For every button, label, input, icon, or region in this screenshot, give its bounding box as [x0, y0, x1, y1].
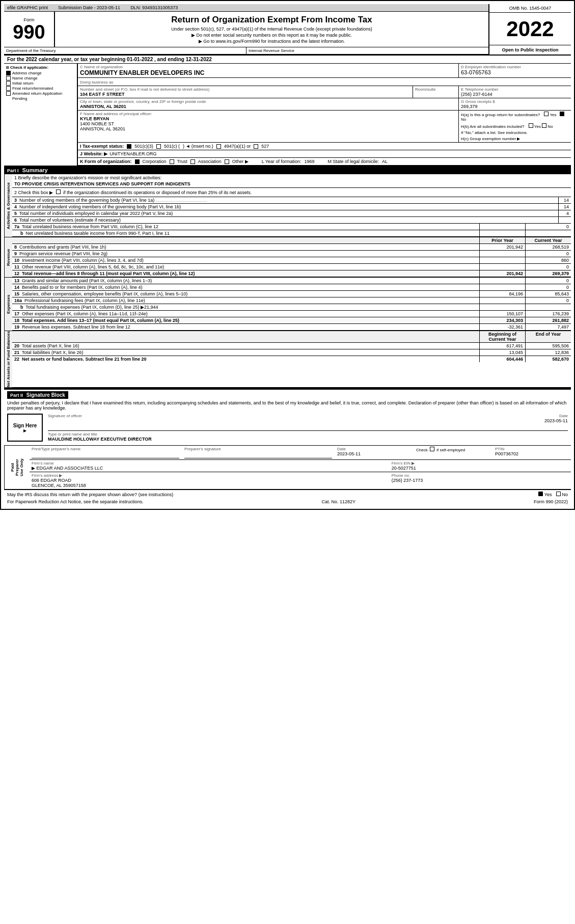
line22-beg: 604,446 [479, 356, 525, 362]
line21-beg: 13,045 [479, 349, 525, 356]
preparer-date-val: 2023-05-11 [337, 451, 411, 456]
dln-label: DLN: 93493131005373 [130, 5, 178, 10]
paperwork-label: For Paperwork Reduction Act Notice, see … [7, 499, 144, 504]
sig-date-value: 2023-05-11 [476, 418, 568, 423]
line9-desc: 9 Program service revenue (Part VIII, li… [12, 251, 479, 257]
c3-label: 501(c)(3) [134, 144, 153, 149]
line9-prior [479, 251, 525, 257]
address-change-check[interactable]: Address change [6, 71, 75, 75]
line16b-prior [479, 304, 525, 310]
line20-beg: 617,491 [479, 343, 525, 349]
line7a-prior [479, 224, 525, 230]
city-label: City or town, state or province, country… [80, 99, 456, 104]
print-name-label: Print/Type preparer's name [32, 447, 179, 451]
assoc-checkbox[interactable] [190, 159, 195, 164]
website-label: J Website: ▶ [80, 151, 107, 156]
cat-no: Cat. No. 11282Y [322, 499, 356, 504]
principal-addr1: 1400 NOBLE ST [80, 121, 456, 126]
dept-name: Department of the Treasury [6, 48, 56, 53]
line8-desc: 8 Contributions and grants (Part VIII, l… [12, 244, 479, 250]
perjury-text: Under penalties of perjury, I declare th… [7, 400, 568, 411]
part1-header: Part I Summary [4, 166, 571, 174]
a1-label: 4947(a)(1) or [224, 144, 251, 149]
line1-value: TO PROVIDE CRISIS INTERVENTION SERVICES … [14, 181, 569, 186]
gross-value: 269,379 [461, 104, 569, 109]
line3-val: 14 [558, 197, 571, 203]
tax-year-ending: , and ending 12-31-2022 [154, 57, 212, 62]
yes-no-irs: Yes No [538, 492, 568, 497]
assoc-label: Association [198, 159, 222, 164]
firm-name-label: Firm's name [32, 461, 387, 466]
line4-desc: 4 Number of independent voting members o… [12, 204, 558, 210]
line22-desc: 22 Net assets or fund balances. Subtract… [12, 356, 479, 362]
open-public: Open to Public Inspection [502, 47, 558, 52]
line18-prior: 234,303 [479, 317, 525, 323]
final-return-check[interactable]: Final return/terminated [6, 86, 75, 91]
line21-end: 12,836 [525, 349, 571, 356]
part2-header: Part II Signature Block [7, 391, 68, 399]
check-label: Check if self-employed [416, 447, 490, 452]
line14-curr: 0 [525, 284, 571, 290]
line13-desc: 13 Grants and similar amounts paid (Part… [12, 278, 479, 284]
street-value: 104 EAST F STREET [80, 92, 410, 97]
year-display: 2022 [506, 18, 554, 40]
ein-value: 63-0765763 [461, 69, 569, 75]
line7b-prior [479, 230, 525, 236]
sig-date-label: Date [476, 414, 568, 418]
state-domicile-val: AL [382, 159, 388, 164]
preparer-section-label: Paid Preparer Use Only [4, 446, 30, 489]
submission-date-label: Submission Date - 2023-05-11 [58, 5, 120, 10]
other-checkbox[interactable] [225, 159, 229, 164]
line6-val [558, 217, 571, 223]
ha-section: H(a) Is this a group return for subordin… [461, 112, 569, 122]
tax-year-text: For the 2022 calendar year, or tax year … [7, 57, 153, 62]
c3-checkbox[interactable] [127, 144, 131, 149]
irs-discuss-text: May the IRS discuss this return with the… [7, 492, 173, 497]
line9-curr: 0 [525, 251, 571, 257]
phone-label: E Telephone number [461, 87, 569, 92]
cc-checkbox[interactable] [156, 144, 161, 149]
line8-curr: 268,519 [525, 244, 571, 250]
line14-prior [479, 284, 525, 290]
street-label: Number and street (or P.O. box if mail i… [80, 87, 410, 92]
principal-name: KYLE BRYAN [80, 116, 456, 121]
line7a-desc: 7a Total unrelated business revenue from… [12, 224, 479, 230]
line2-label: 2 Check this box ▶ if the organization d… [14, 189, 252, 195]
omb-label: OMB No. 1545-0047 [509, 6, 552, 11]
form-number: 990 [13, 22, 45, 42]
name-change-check[interactable]: Name change [6, 76, 75, 80]
firm-name-value: ▶ EDGAR AND ASSOCIATES LLC [32, 466, 387, 471]
activities-label: Activities & Governance [4, 174, 12, 237]
efile-bar: efile GRAPHIC print Submission Date - 20… [4, 4, 488, 12]
line12-curr: 269,379 [525, 270, 571, 277]
net-assets-label: Net Assets or Fund Balances [4, 331, 12, 387]
ein-label: D Employer identification number [461, 65, 569, 69]
line1-label: 1 Briefly describe the organization's mi… [14, 175, 569, 180]
s527-checkbox[interactable] [254, 144, 258, 149]
revenue-label: Revenue [4, 237, 12, 277]
phone-no-value: (256) 237-1773 [392, 478, 569, 483]
corp-checkbox[interactable] [135, 159, 140, 164]
trust-label: Trust [177, 159, 187, 164]
amended-return-check[interactable]: Amended return Application [6, 91, 75, 96]
name-title-label: Type or print name and title [48, 432, 568, 437]
a1-checkbox[interactable] [216, 144, 221, 149]
line11-prior [479, 264, 525, 270]
line15-curr: 85,643 [525, 291, 571, 297]
corp-label: Corporation [143, 159, 167, 164]
trust-checkbox[interactable] [170, 159, 174, 164]
line18-curr: 261,882 [525, 317, 571, 323]
initial-return-check[interactable]: Initial return [6, 81, 75, 86]
room-label: Room/suite [415, 87, 456, 92]
org-name-value: COMMUNITY ENABLER DEVELOPERS INC [80, 69, 456, 76]
line19-prior: -32,361 [479, 324, 525, 330]
line5-val: 4 [558, 210, 571, 216]
principal-addr2: ANNISTON, AL 36201 [80, 126, 456, 131]
phone-value: (256) 237-6144 [461, 92, 569, 97]
preparer-sig [184, 451, 332, 458]
line8-prior: 201,942 [479, 244, 525, 250]
form-org-label: K Form of organization: [80, 159, 132, 164]
line12-prior: 201,942 [479, 270, 525, 277]
line19-curr: 7,497 [525, 324, 571, 330]
line16b-desc: b Total fundraising expenses (Part IX, c… [12, 304, 479, 310]
